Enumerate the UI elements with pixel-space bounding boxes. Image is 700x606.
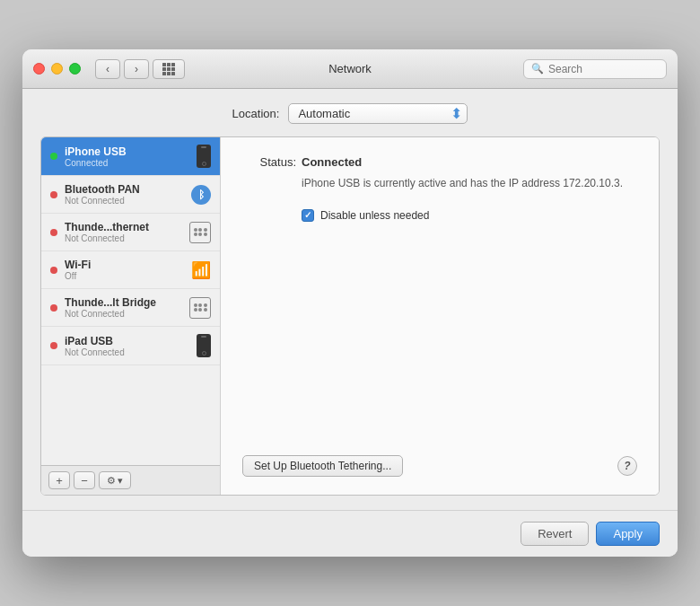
window-title: Network <box>328 62 372 75</box>
network-info: iPad USB Not Connected <box>65 335 197 357</box>
forward-button[interactable]: › <box>124 59 149 79</box>
detail-panel: Status: Connected iPhone USB is currentl… <box>221 137 659 495</box>
thunderbolt-bridge-icon <box>189 297 211 319</box>
checkmark-icon: ✓ <box>304 211 311 220</box>
main-panel: iPhone USB Connected Bluetooth PAN Not C… <box>40 136 660 496</box>
status-dot-disconnected <box>50 342 57 349</box>
bluetooth-tethering-button[interactable]: Set Up Bluetooth Tethering... <box>242 455 403 477</box>
network-item-wifi[interactable]: Wi-Fi Off 📶 <box>41 251 220 289</box>
disable-unless-needed-checkbox[interactable]: ✓ <box>302 209 314 222</box>
status-dot-disconnected <box>50 267 57 274</box>
close-button[interactable] <box>33 63 45 75</box>
detail-bottom: Set Up Bluetooth Tethering... ? <box>242 455 637 477</box>
network-status: Off <box>65 271 186 281</box>
network-name: iPhone USB <box>65 145 197 158</box>
ipad-icon <box>197 334 211 357</box>
sidebar-controls: + − ⚙ ▾ <box>41 465 220 495</box>
bluetooth-icon: ᛒ <box>191 185 211 205</box>
disable-unless-needed-label: Disable unless needed <box>320 209 429 222</box>
back-button[interactable]: ‹ <box>95 59 120 79</box>
iphone-icon <box>197 145 211 168</box>
window-bottom-bar: Revert Apply <box>22 510 678 557</box>
location-select[interactable]: Automatic <box>288 103 468 124</box>
status-dot-connected <box>50 153 57 160</box>
network-item-iphone-usb[interactable]: iPhone USB Connected <box>41 137 220 176</box>
network-item-thunderbolt-ethernet[interactable]: Thunde...thernet Not Connected <box>41 214 220 251</box>
status-dot-disconnected <box>50 191 57 198</box>
status-dot-disconnected <box>50 304 57 312</box>
search-input[interactable] <box>548 63 659 75</box>
content-area: Location: Automatic ⬍ iPhone USB Connect… <box>22 89 678 510</box>
apps-grid-button[interactable] <box>153 59 185 79</box>
gear-icon: ⚙ <box>107 475 116 487</box>
network-item-thunderbolt-bridge[interactable]: Thunde...lt Bridge Not Connected <box>41 289 220 327</box>
location-bar: Location: Automatic ⬍ <box>40 103 660 124</box>
ethernet-icon <box>189 222 211 243</box>
remove-network-button[interactable]: − <box>74 471 95 489</box>
status-dot-disconnected <box>50 229 57 236</box>
disable-unless-needed-row: ✓ Disable unless needed <box>302 209 637 222</box>
status-row: Status: Connected <box>242 155 637 169</box>
network-name: Bluetooth PAN <box>65 183 191 196</box>
status-value: Connected <box>302 155 362 169</box>
search-box[interactable]: 🔍 <box>523 59 667 79</box>
apply-button[interactable]: Apply <box>596 522 660 546</box>
network-status: Not Connected <box>65 196 191 206</box>
grid-icon <box>162 63 175 75</box>
iphone-speaker <box>201 336 206 338</box>
network-info: Wi-Fi Off <box>65 259 186 281</box>
network-window: ‹ › Network 🔍 Location: Automatic ⬍ <box>22 49 678 557</box>
network-status: Not Connected <box>65 309 189 319</box>
network-name: Thunde...lt Bridge <box>65 296 189 309</box>
nav-buttons: ‹ › <box>95 59 149 79</box>
traffic-lights <box>33 63 81 75</box>
add-network-button[interactable]: + <box>48 471 70 489</box>
network-name: Thunde...thernet <box>65 221 189 233</box>
location-select-wrapper: Automatic ⬍ <box>288 103 468 124</box>
help-button[interactable]: ? <box>617 456 637 476</box>
chevron-down-icon: ▾ <box>118 475 123 487</box>
network-name: Wi-Fi <box>65 259 186 271</box>
revert-button[interactable]: Revert <box>521 522 589 546</box>
iphone-home-button <box>202 162 206 166</box>
iphone-speaker <box>201 146 206 148</box>
status-description: iPhone USB is currently active and has t… <box>302 176 637 191</box>
network-info: Bluetooth PAN Not Connected <box>65 183 191 206</box>
network-sidebar: iPhone USB Connected Bluetooth PAN Not C… <box>41 137 221 495</box>
wifi-icon: 📶 <box>191 260 211 280</box>
iphone-home-button <box>202 351 206 356</box>
network-info: Thunde...thernet Not Connected <box>65 221 189 243</box>
search-icon: 🔍 <box>531 63 544 75</box>
network-status: Connected <box>65 158 197 168</box>
status-label: Status: <box>242 155 296 169</box>
network-name: iPad USB <box>65 335 197 347</box>
network-item-bluetooth-pan[interactable]: Bluetooth PAN Not Connected ᛒ <box>41 176 220 214</box>
network-status: Not Connected <box>65 347 197 357</box>
network-status: Not Connected <box>65 233 189 243</box>
fullscreen-button[interactable] <box>69 63 81 75</box>
location-label: Location: <box>232 107 280 120</box>
minimize-button[interactable] <box>51 63 63 75</box>
network-item-ipad-usb[interactable]: iPad USB Not Connected <box>41 327 220 365</box>
gear-menu-button[interactable]: ⚙ ▾ <box>99 471 131 489</box>
network-info: Thunde...lt Bridge Not Connected <box>65 296 189 319</box>
titlebar: ‹ › Network 🔍 <box>22 49 678 89</box>
network-info: iPhone USB Connected <box>65 145 197 168</box>
